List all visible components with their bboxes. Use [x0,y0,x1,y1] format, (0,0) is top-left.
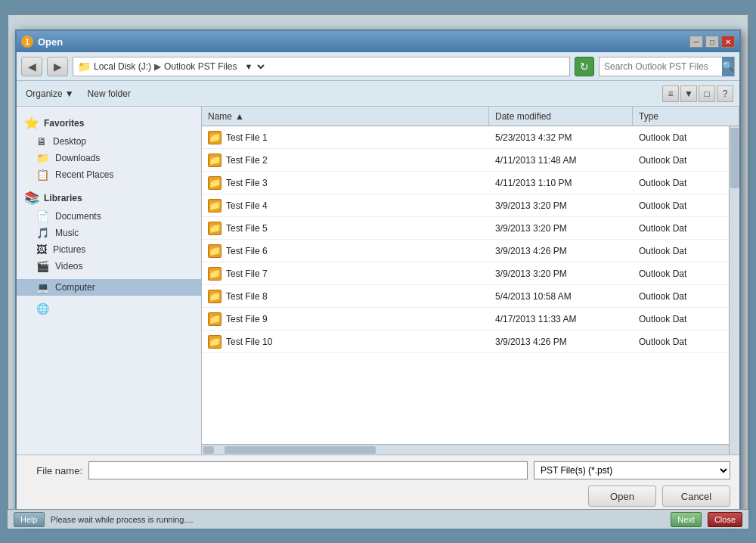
videos-icon: 🎬 [36,260,49,272]
organize-label: Organize [26,88,63,99]
file-scroll-thumb[interactable] [730,128,739,188]
close-status-button[interactable]: Close [708,512,742,527]
horizontal-scrollbar[interactable] [202,444,739,455]
list-view-button[interactable]: ≡ [662,85,679,102]
libraries-label: Libraries [44,193,82,203]
favorites-header[interactable]: ⭐ Favorites [17,113,201,133]
downloads-icon: 📁 [36,152,49,164]
file-date-cell: 4/11/2013 11:48 AM [489,155,633,166]
file-area: Name ▲ Date modified Type Test File 1 [202,107,739,455]
computer-icon: 💻 [36,281,49,293]
computer-section: 💻 Computer [17,279,201,296]
table-row[interactable]: Test File 5 3/9/2013 3:20 PM Outlook Dat [202,217,739,240]
col-header-type[interactable]: Type [633,107,739,126]
bottom-buttons: Open Cancel [26,486,730,507]
sidebar-item-downloads[interactable]: 📁 Downloads [17,150,201,166]
table-row[interactable]: Test File 6 3/9/2013 4:26 PM Outlook Dat [202,240,739,262]
main-content: ⭐ Favorites 🖥 Desktop 📁 Downloads 📋 Rece… [17,107,739,455]
favorites-icon: ⭐ [24,116,39,130]
recent-places-icon: 📋 [36,169,49,181]
sidebar-item-music[interactable]: 🎵 Music [17,225,201,241]
close-button[interactable]: ✕ [721,36,735,48]
sidebar-item-recent-places[interactable]: 📋 Recent Places [17,166,201,183]
col-header-name[interactable]: Name ▲ [202,107,489,126]
file-name-text: Test File 4 [226,200,268,211]
back-button[interactable]: ◀ [21,57,42,76]
path-label: Local Disk (J:) [94,61,151,72]
file-name-text: Test File 7 [226,268,268,279]
minimize-button[interactable]: ─ [689,36,703,48]
search-input[interactable] [600,57,722,76]
organize-arrow: ▼ [65,88,74,99]
videos-label: Videos [55,261,82,272]
table-row[interactable]: Test File 8 5/4/2013 10:58 AM Outlook Da… [202,285,739,308]
table-row[interactable]: Test File 9 4/17/2013 11:33 AM Outlook D… [202,308,739,330]
cancel-button[interactable]: Cancel [662,486,730,507]
music-label: Music [55,228,79,238]
file-name-cell: Test File 7 [202,267,489,281]
table-row[interactable]: Test File 1 5/23/2013 4:32 PM Outlook Da… [202,126,739,149]
file-date-cell: 3/9/2013 3:20 PM [489,223,633,234]
desktop-label: Desktop [53,136,86,147]
sidebar-item-videos[interactable]: 🎬 Videos [17,258,201,275]
open-button[interactable]: Open [588,486,656,507]
hscroll-left-arrow[interactable] [203,446,214,454]
col-header-date[interactable]: Date modified [489,107,633,126]
refresh-button[interactable]: ↻ [575,57,594,76]
file-name-cell: Test File 5 [202,222,489,235]
forward-button[interactable]: ▶ [47,57,68,76]
address-path[interactable]: 📁 Local Disk (J:) ▶ Outlook PST Files ▼ [73,57,570,76]
favorites-label: Favorites [44,118,84,129]
organize-button[interactable]: Organize ▼ [23,87,77,101]
libraries-section: 📚 Libraries 📄 Documents 🎵 Music 🖼 Pictur… [17,188,201,275]
sidebar-item-documents[interactable]: 📄 Documents [17,208,201,225]
file-type-select[interactable]: PST File(s) (*.pst) [534,461,730,479]
pst-file-icon [208,312,222,326]
details-view-button[interactable]: □ [699,85,715,102]
libraries-header[interactable]: 📚 Libraries [17,188,201,208]
sidebar-item-desktop[interactable]: 🖥 Desktop [17,133,201,150]
search-box: 🔍 [599,57,735,76]
pst-file-icon [208,154,222,167]
refresh-icon: ↻ [580,61,589,73]
downloads-label: Downloads [55,153,100,163]
libraries-icon: 📚 [24,191,39,205]
view-dropdown-button[interactable]: ▼ [680,85,697,102]
new-folder-button[interactable]: New folder [85,87,134,101]
file-name-cell: Test File 8 [202,290,489,303]
table-row[interactable]: Test File 2 4/11/2013 11:48 AM Outlook D… [202,149,739,172]
file-type-cell: Outlook Dat [633,246,739,256]
table-row[interactable]: Test File 3 4/11/2013 1:10 PM Outlook Da… [202,172,739,194]
sidebar-item-network[interactable]: 🌐 [17,300,201,317]
file-date-cell: 3/9/2013 3:20 PM [489,200,633,211]
help-button[interactable]: Help [14,512,45,527]
hscroll-thumb[interactable] [225,446,376,454]
table-row[interactable]: Test File 7 3/9/2013 3:20 PM Outlook Dat [202,262,739,285]
column-headers: Name ▲ Date modified Type [202,107,739,126]
file-date-cell: 3/9/2013 4:26 PM [489,246,633,256]
file-vertical-scrollbar[interactable] [729,126,739,455]
file-name-input[interactable] [88,461,528,479]
table-row[interactable]: Test File 10 3/9/2013 4:26 PM Outlook Da… [202,330,739,353]
search-button[interactable]: 🔍 [722,57,734,76]
file-type-cell: Outlook Dat [633,132,739,143]
documents-icon: 📄 [36,210,49,222]
table-row[interactable]: Test File 4 3/9/2013 3:20 PM Outlook Dat [202,194,739,217]
file-name-cell: Test File 1 [202,131,489,144]
sidebar-item-computer[interactable]: 💻 Computer [17,279,201,296]
computer-label: Computer [55,282,95,293]
file-list: Test File 1 5/23/2013 4:32 PM Outlook Da… [202,126,739,444]
help-view-button[interactable]: ? [717,85,733,102]
network-section: 🌐 [17,300,201,317]
title-controls: ─ □ ✕ [689,36,735,48]
dialog-icon: 1 [21,36,33,48]
file-date-cell: 4/17/2013 11:33 AM [489,314,633,324]
documents-label: Documents [55,211,101,222]
path-dropdown[interactable]: ▼ [240,61,267,72]
file-date-cell: 5/23/2013 4:32 PM [489,132,633,143]
sidebar-item-pictures[interactable]: 🖼 Pictures [17,241,201,258]
next-button[interactable]: Next [671,512,702,527]
file-date-cell: 4/11/2013 1:10 PM [489,178,633,188]
file-type-cell: Outlook Dat [633,155,739,166]
maximize-button[interactable]: □ [705,36,719,48]
